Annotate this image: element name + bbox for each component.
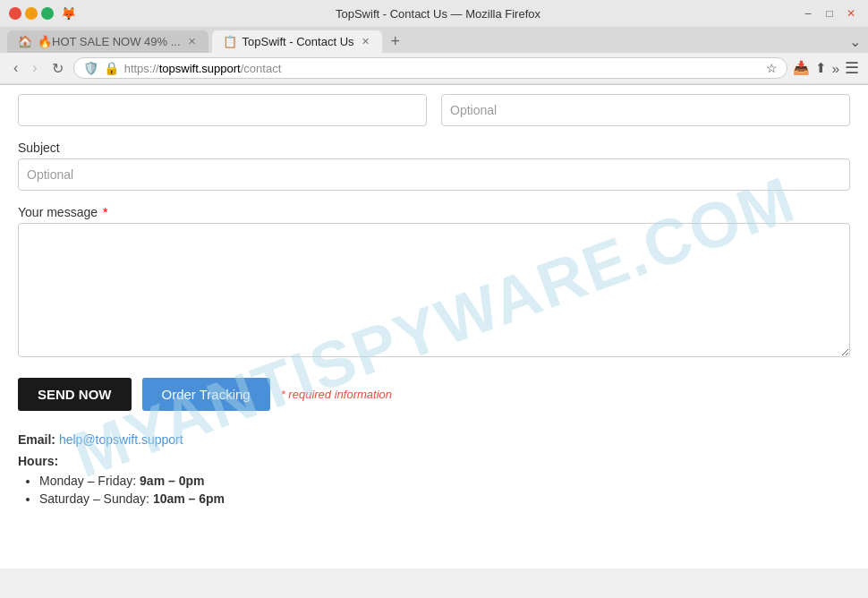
url-host: topswift.support — [159, 62, 241, 75]
pocket-button[interactable]: 📥 — [793, 60, 810, 76]
hours-weekday: Monday – Friday: 9am – 0pm — [39, 474, 850, 488]
email-link[interactable]: help@topswift.support — [59, 432, 183, 447]
first-field-group — [18, 94, 427, 126]
weekend-hours: 10am – 6pm — [153, 491, 225, 506]
tab-1[interactable]: 🏠 🔥HOT SALE NOW 49% ... ✕ — [7, 30, 208, 53]
required-note: * required information — [281, 388, 392, 401]
nav-icons: 📥 ⬆ » ☰ — [793, 58, 859, 78]
send-now-button[interactable]: SEND NOW — [18, 378, 132, 411]
url-path: /contact — [241, 62, 282, 75]
forward-button[interactable]: › — [28, 58, 41, 78]
tab-2-favicon: 📋 — [223, 35, 237, 48]
tab-1-close[interactable]: ✕ — [186, 36, 198, 47]
title-bar: 🦊 TopSwift - Contact Us — Mozilla Firefo… — [0, 0, 868, 27]
message-label: Your message * — [18, 205, 850, 219]
second-field-group: Optional — [441, 94, 850, 126]
title-bar-right: – □ ✕ — [800, 5, 859, 21]
maximize-window-button[interactable] — [41, 7, 54, 20]
hamburger-menu-button[interactable]: ☰ — [845, 58, 859, 78]
tab-more-button[interactable]: ⌄ — [849, 33, 861, 50]
message-textarea[interactable] — [18, 223, 850, 357]
tab-1-label: 🔥HOT SALE NOW 49% ... — [38, 35, 181, 48]
browser-chrome: 🦊 TopSwift - Contact Us — Mozilla Firefo… — [0, 0, 868, 85]
weekday-days: Monday – Friday: — [39, 474, 140, 488]
hours-label: Hours: — [18, 454, 850, 468]
subject-container: Optional — [18, 158, 850, 191]
browser-icon: 🦊 — [61, 6, 76, 21]
reload-button[interactable]: ↻ — [47, 58, 68, 79]
tab-1-favicon: 🏠 — [18, 35, 32, 48]
tab-2-label: TopSwift - Contact Us — [243, 35, 354, 48]
restore-btn[interactable]: □ — [821, 5, 838, 21]
tab-2-close[interactable]: ✕ — [360, 36, 371, 47]
order-tracking-button[interactable]: Order Tracking — [142, 378, 270, 411]
security-icon: 🛡️ — [83, 61, 98, 75]
top-fields-row: Optional — [18, 85, 850, 126]
close-window-button[interactable] — [9, 7, 21, 20]
weekday-hours: 9am – 0pm — [140, 474, 204, 488]
form-section: Optional Subject Optional Your message *… — [18, 85, 850, 506]
message-required-star: * — [103, 205, 107, 219]
window-controls — [9, 7, 54, 20]
button-row: SEND NOW Order Tracking * required infor… — [18, 378, 850, 411]
weekend-days: Saturday – Sunday: — [39, 491, 153, 506]
back-button[interactable]: ‹ — [9, 58, 22, 78]
first-field-input[interactable] — [18, 94, 427, 126]
page-content: MYANTISPYWARE.COM Optional Subject Optio… — [0, 85, 868, 568]
email-label: Email: — [18, 432, 55, 447]
subject-input[interactable] — [18, 158, 850, 191]
tab-bar: 🏠 🔥HOT SALE NOW 49% ... ✕ 📋 TopSwift - C… — [0, 27, 868, 53]
second-field-input[interactable] — [441, 94, 850, 126]
minimize-btn[interactable]: – — [800, 5, 816, 21]
second-field-container: Optional — [441, 94, 850, 126]
share-button[interactable]: ⬆ — [815, 60, 827, 76]
browser-title: TopSwift - Contact Us — Mozilla Firefox — [76, 7, 800, 21]
tab-2[interactable]: 📋 TopSwift - Contact Us ✕ — [212, 30, 382, 53]
hours-list: Monday – Friday: 9am – 0pm Saturday – Su… — [18, 474, 850, 506]
hours-weekend: Saturday – Sunday: 10am – 6pm — [39, 491, 850, 506]
message-section: Your message * — [18, 205, 850, 360]
subject-label: Subject — [18, 141, 850, 155]
contact-info: Email: help@topswift.support Hours: Mond… — [18, 432, 850, 506]
email-row: Email: help@topswift.support — [18, 432, 850, 447]
title-bar-left: 🦊 — [9, 6, 76, 21]
nav-bar: ‹ › ↻ 🛡️ 🔒 https://topswift.support/cont… — [0, 53, 868, 84]
minimize-window-button[interactable] — [25, 7, 38, 20]
address-bar[interactable]: 🛡️ 🔒 https://topswift.support/contact ☆ — [73, 57, 787, 79]
url-display: https://topswift.support/contact — [124, 62, 761, 75]
subject-section: Subject Optional — [18, 141, 850, 191]
more-tools-button[interactable]: » — [832, 61, 839, 76]
lock-icon: 🔒 — [104, 61, 119, 75]
new-tab-button[interactable]: + — [386, 32, 406, 51]
close-btn[interactable]: ✕ — [843, 5, 859, 21]
bookmark-icon: ☆ — [766, 61, 778, 75]
url-protocol: https:// — [124, 62, 159, 75]
